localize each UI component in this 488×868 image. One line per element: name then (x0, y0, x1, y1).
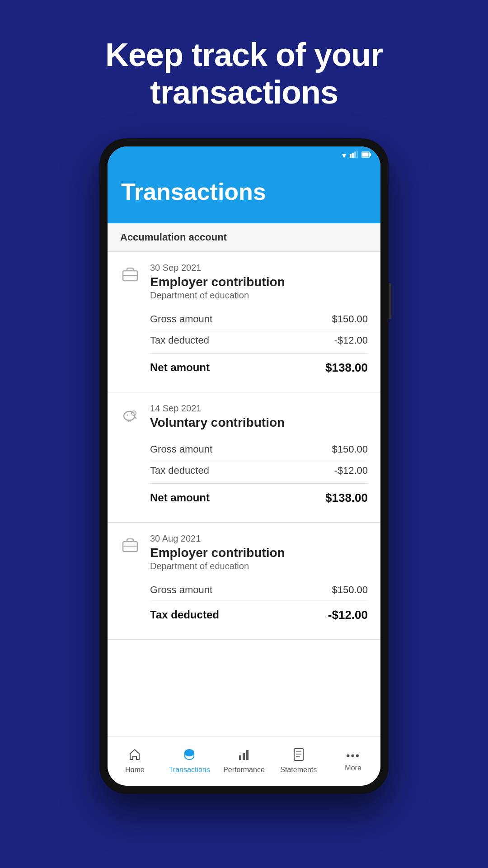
app-header: Transactions (108, 165, 380, 223)
transaction-details: Gross amount $150.00 Tax deducted -$12.0… (150, 309, 368, 379)
gross-row: Gross amount $150.00 (150, 309, 368, 330)
svg-rect-1 (352, 153, 354, 158)
transaction-header: 14 Sep 2021 Voluntary contribution (120, 403, 368, 431)
tax-label: Tax deducted (150, 465, 209, 476)
transaction-info: 30 Sep 2021 Employer contribution Depart… (150, 263, 368, 301)
hero-section: Keep track of your transactions (0, 0, 488, 138)
tax-value: -$12.00 (328, 608, 368, 622)
gross-value: $150.00 (332, 584, 368, 596)
svg-rect-5 (362, 153, 369, 157)
net-row: Net amount $138.00 (150, 483, 368, 509)
transaction-date: 30 Sep 2021 (150, 263, 368, 273)
svg-rect-3 (357, 151, 358, 158)
side-button (389, 283, 391, 319)
transaction-title: Employer contribution (150, 546, 368, 560)
transaction-details: Gross amount $150.00 Tax deducted -$12.0… (150, 580, 368, 627)
phone-frame: ▾ Transactions Accumulation account (99, 138, 389, 794)
transaction-subtitle: Department of education (150, 290, 368, 301)
svg-rect-19 (239, 755, 241, 760)
nav-item-statements[interactable]: Statements (271, 748, 326, 774)
transaction-header: 30 Aug 2021 Employer contribution Depart… (120, 533, 368, 571)
tax-row: Tax deducted -$12.00 (150, 330, 368, 351)
gross-row: Gross amount $150.00 (150, 580, 368, 601)
transaction-title: Voluntary contribution (150, 415, 368, 430)
transaction-subtitle: Department of education (150, 561, 368, 571)
net-value: $138.00 (325, 491, 368, 505)
net-value: $138.00 (325, 361, 368, 375)
gross-label: Gross amount (150, 443, 212, 455)
hero-title: Keep track of your transactions (18, 36, 470, 111)
svg-rect-2 (354, 151, 356, 158)
svg-point-9 (124, 411, 135, 420)
tax-label: Tax deducted (150, 609, 219, 621)
status-bar: ▾ (108, 146, 380, 165)
tax-value: -$12.00 (334, 465, 368, 476)
svg-rect-21 (246, 750, 249, 760)
transactions-icon (183, 748, 196, 764)
nav-item-performance[interactable]: Performance (217, 748, 272, 774)
phone-screen: ▾ Transactions Accumulation account (108, 146, 380, 786)
signal-icon (350, 151, 358, 160)
page-title: Transactions (121, 178, 367, 205)
transaction-title: Employer contribution (150, 275, 368, 289)
tax-row: Tax deducted -$12.00 (150, 601, 368, 627)
nav-label-performance: Performance (223, 766, 265, 774)
nav-item-more[interactable]: ••• More (326, 750, 380, 772)
piggy-icon (120, 405, 142, 427)
tax-value: -$12.00 (334, 335, 368, 346)
net-label: Net amount (150, 491, 210, 504)
bottom-nav: Home Transactions (108, 736, 380, 786)
transaction-item[interactable]: 30 Aug 2021 Employer contribution Depart… (108, 523, 380, 640)
home-icon (128, 748, 141, 764)
nav-label-statements: Statements (280, 766, 317, 774)
nav-item-transactions[interactable]: Transactions (162, 748, 217, 774)
gross-label: Gross amount (150, 313, 212, 325)
transaction-info: 30 Aug 2021 Employer contribution Depart… (150, 533, 368, 571)
transaction-date: 30 Aug 2021 (150, 533, 368, 544)
transaction-header: 30 Sep 2021 Employer contribution Depart… (120, 263, 368, 301)
net-row: Net amount $138.00 (150, 353, 368, 379)
performance-icon (238, 748, 250, 764)
gross-value: $150.00 (332, 443, 368, 455)
account-label: Accumulation account (108, 223, 380, 252)
svg-rect-6 (370, 153, 371, 156)
svg-rect-0 (350, 154, 352, 158)
svg-point-14 (127, 414, 128, 415)
nav-label-more: More (345, 764, 361, 772)
svg-rect-22 (294, 749, 303, 760)
transaction-item[interactable]: 14 Sep 2021 Voluntary contribution Gross… (108, 392, 380, 523)
battery-icon (361, 151, 371, 160)
statements-icon (293, 748, 304, 764)
transaction-details: Gross amount $150.00 Tax deducted -$12.0… (150, 439, 368, 509)
net-label: Net amount (150, 361, 210, 374)
briefcase-icon (120, 264, 142, 286)
more-icon: ••• (346, 750, 360, 762)
tax-label: Tax deducted (150, 335, 209, 346)
tax-row: Tax deducted -$12.00 (150, 460, 368, 481)
briefcase-icon (120, 535, 142, 557)
transaction-item[interactable]: 30 Sep 2021 Employer contribution Depart… (108, 252, 380, 392)
gross-row: Gross amount $150.00 (150, 439, 368, 460)
wifi-icon: ▾ (342, 151, 346, 160)
nav-label-transactions: Transactions (169, 766, 210, 774)
svg-line-11 (135, 417, 136, 419)
gross-value: $150.00 (332, 313, 368, 325)
transaction-info: 14 Sep 2021 Voluntary contribution (150, 403, 368, 431)
nav-item-home[interactable]: Home (108, 748, 162, 774)
transaction-date: 14 Sep 2021 (150, 403, 368, 414)
svg-rect-20 (243, 753, 245, 760)
content-area: Accumulation account 30 Sep 2021 Employe… (108, 223, 380, 736)
nav-label-home: Home (125, 766, 145, 774)
gross-label: Gross amount (150, 584, 212, 596)
